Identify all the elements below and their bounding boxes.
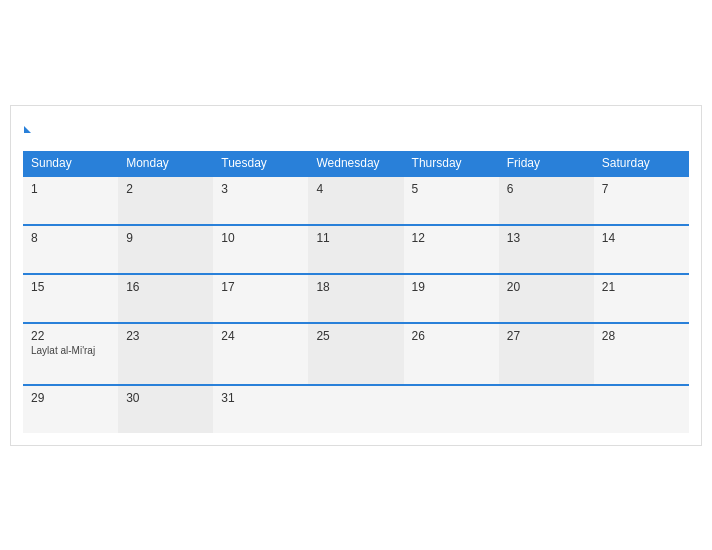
day-number: 16 <box>126 280 205 294</box>
weekday-header-sunday: Sunday <box>23 151 118 176</box>
day-number: 30 <box>126 391 205 405</box>
day-cell: 8 <box>23 225 118 274</box>
day-number: 20 <box>507 280 586 294</box>
day-cell: 12 <box>404 225 499 274</box>
week-row-5: 293031 <box>23 385 689 433</box>
day-number: 22 <box>31 329 110 343</box>
day-cell: 6 <box>499 176 594 225</box>
day-cell: 9 <box>118 225 213 274</box>
day-cell: 16 <box>118 274 213 323</box>
day-number: 3 <box>221 182 300 196</box>
day-number: 6 <box>507 182 586 196</box>
day-cell: 11 <box>308 225 403 274</box>
day-cell: 28 <box>594 323 689 385</box>
day-number: 17 <box>221 280 300 294</box>
day-cell <box>404 385 499 433</box>
day-cell: 31 <box>213 385 308 433</box>
day-cell <box>499 385 594 433</box>
day-number: 23 <box>126 329 205 343</box>
day-cell: 17 <box>213 274 308 323</box>
weekday-header-tuesday: Tuesday <box>213 151 308 176</box>
logo-area <box>23 122 31 137</box>
day-cell: 2 <box>118 176 213 225</box>
day-cell <box>308 385 403 433</box>
day-cell: 14 <box>594 225 689 274</box>
day-number: 26 <box>412 329 491 343</box>
day-cell: 29 <box>23 385 118 433</box>
logo-triangle-icon <box>24 126 31 133</box>
day-cell: 20 <box>499 274 594 323</box>
day-number: 7 <box>602 182 681 196</box>
day-cell: 30 <box>118 385 213 433</box>
day-cell: 22Laylat al-Mi'raj <box>23 323 118 385</box>
day-cell: 27 <box>499 323 594 385</box>
weekday-header-saturday: Saturday <box>594 151 689 176</box>
day-number: 28 <box>602 329 681 343</box>
day-cell: 21 <box>594 274 689 323</box>
day-number: 25 <box>316 329 395 343</box>
week-row-3: 15161718192021 <box>23 274 689 323</box>
calendar-thead: SundayMondayTuesdayWednesdayThursdayFrid… <box>23 151 689 176</box>
day-number: 19 <box>412 280 491 294</box>
day-number: 9 <box>126 231 205 245</box>
day-cell: 7 <box>594 176 689 225</box>
calendar-container: SundayMondayTuesdayWednesdayThursdayFrid… <box>10 105 702 446</box>
logo-general-text <box>23 122 31 137</box>
weekday-header-monday: Monday <box>118 151 213 176</box>
day-number: 27 <box>507 329 586 343</box>
day-number: 2 <box>126 182 205 196</box>
weekday-header-friday: Friday <box>499 151 594 176</box>
day-cell: 5 <box>404 176 499 225</box>
day-cell: 10 <box>213 225 308 274</box>
day-holiday: Laylat al-Mi'raj <box>31 345 110 356</box>
day-cell: 15 <box>23 274 118 323</box>
day-number: 29 <box>31 391 110 405</box>
day-number: 10 <box>221 231 300 245</box>
week-row-1: 1234567 <box>23 176 689 225</box>
day-number: 14 <box>602 231 681 245</box>
day-cell <box>594 385 689 433</box>
day-number: 13 <box>507 231 586 245</box>
day-number: 24 <box>221 329 300 343</box>
weekday-header-wednesday: Wednesday <box>308 151 403 176</box>
day-number: 18 <box>316 280 395 294</box>
calendar-header <box>23 122 689 137</box>
calendar-table: SundayMondayTuesdayWednesdayThursdayFrid… <box>23 151 689 433</box>
day-cell: 13 <box>499 225 594 274</box>
week-row-4: 22Laylat al-Mi'raj232425262728 <box>23 323 689 385</box>
day-number: 31 <box>221 391 300 405</box>
day-number: 12 <box>412 231 491 245</box>
weekday-header-row: SundayMondayTuesdayWednesdayThursdayFrid… <box>23 151 689 176</box>
day-number: 4 <box>316 182 395 196</box>
day-cell: 23 <box>118 323 213 385</box>
day-number: 8 <box>31 231 110 245</box>
day-cell: 25 <box>308 323 403 385</box>
day-cell: 1 <box>23 176 118 225</box>
day-cell: 3 <box>213 176 308 225</box>
day-cell: 18 <box>308 274 403 323</box>
day-number: 5 <box>412 182 491 196</box>
day-number: 11 <box>316 231 395 245</box>
day-number: 15 <box>31 280 110 294</box>
weekday-header-thursday: Thursday <box>404 151 499 176</box>
day-number: 21 <box>602 280 681 294</box>
day-number: 1 <box>31 182 110 196</box>
calendar-body: 12345678910111213141516171819202122Layla… <box>23 176 689 433</box>
day-cell: 19 <box>404 274 499 323</box>
day-cell: 4 <box>308 176 403 225</box>
day-cell: 26 <box>404 323 499 385</box>
day-cell: 24 <box>213 323 308 385</box>
week-row-2: 891011121314 <box>23 225 689 274</box>
